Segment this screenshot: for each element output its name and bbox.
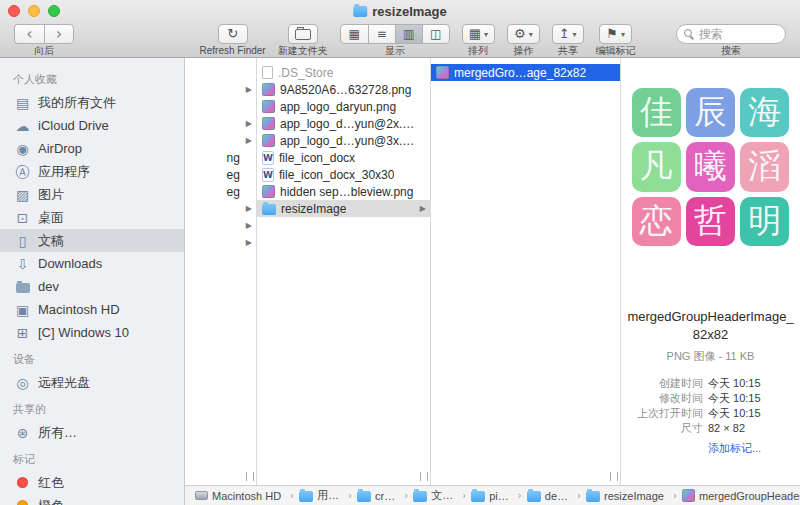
path-item-label: Macintosh HD (212, 490, 281, 502)
forward-button[interactable]: › (44, 24, 74, 44)
network-icon: ⊛ (14, 426, 31, 440)
preview-tile: 哲 (686, 197, 735, 246)
image-icon (262, 117, 275, 130)
back-button[interactable]: ‹ (14, 24, 44, 44)
refresh-button[interactable]: ↻ (218, 24, 248, 44)
column-resize-handle[interactable] (420, 472, 428, 481)
parent-row[interactable]: ▶ (185, 217, 256, 234)
detail-label: 修改时间 (621, 391, 703, 406)
file-row[interactable]: app_logo_daryun.png ▶ (257, 98, 430, 115)
parent-row[interactable]: ng ▶ (185, 149, 256, 166)
icon-view-button[interactable]: ▦ (341, 25, 368, 43)
path-item-label: cr… (375, 490, 395, 502)
add-tags-link[interactable]: 添加标记... (708, 441, 800, 456)
parent-row[interactable]: ▶ (185, 132, 256, 149)
coverflow-view-button[interactable]: ◫ (422, 25, 449, 43)
sidebar-item[interactable]: dev (0, 275, 184, 298)
path-item[interactable]: resizeImage › (586, 490, 682, 502)
parent-row[interactable]: ▶ (185, 200, 256, 217)
path-item[interactable]: de… › (527, 490, 586, 502)
parent-row[interactable]: ▶ (185, 234, 256, 251)
column-view-button[interactable]: ▥ (395, 25, 422, 43)
path-item[interactable]: 文… › (413, 488, 471, 503)
parent-row[interactable]: ▶ (185, 115, 256, 132)
windows-icon: ⊞ (14, 326, 31, 340)
path-bar: Macintosh HD › 用… › cr… › (185, 485, 800, 505)
parent-row[interactable]: ▶ (185, 81, 256, 98)
window-content: 个人收藏 ▤ 我的所有文件 ☁ iCloud Drive (0, 58, 800, 505)
search-icon (684, 29, 695, 40)
share-label: 共享 (558, 45, 578, 57)
sidebar-item[interactable]: ⇩ Downloads (0, 252, 184, 275)
file-row[interactable]: mergedGro…age_82x82 (431, 64, 620, 81)
share-button[interactable]: ↥ ▾ (552, 24, 584, 44)
folder-icon (527, 491, 541, 502)
search-label: 搜索 (721, 45, 741, 57)
zoom-button[interactable] (48, 5, 60, 17)
path-item[interactable]: pi… › (471, 490, 527, 502)
path-separator-icon: › (673, 490, 677, 501)
image-icon (436, 66, 449, 79)
file-name: app_logo_d…yun@3x.png (280, 134, 415, 148)
sidebar-item[interactable]: ▤ 我的所有文件 (0, 91, 184, 114)
parent-row[interactable]: ▶ (185, 64, 256, 81)
edit-tags-label: 编辑标记 (596, 45, 636, 57)
list-view-button[interactable]: ≡ (368, 25, 395, 43)
sidebar-item[interactable]: ⊞ [C] Windows 10 (0, 321, 184, 344)
titlebar[interactable]: resizeImage (0, 0, 800, 22)
file-row[interactable]: resizeImage ▶ (257, 200, 430, 217)
minimize-button[interactable] (28, 5, 40, 17)
detail-label: 尺寸 (621, 421, 703, 436)
action-button[interactable]: ⚙ ▾ (507, 24, 540, 44)
parent-row[interactable]: eg ▶ (185, 183, 256, 200)
path-item[interactable]: mergedGroupHeaderImage_82x82 › (682, 489, 800, 502)
folder-proxy-icon[interactable] (353, 6, 367, 17)
file-row[interactable]: hidden sep…bleview.png ▶ (257, 183, 430, 200)
disk-path-icon (195, 491, 208, 500)
file-row[interactable]: 9A8520A6…632728.png ▶ (257, 81, 430, 98)
sidebar-item-label: Downloads (38, 256, 102, 271)
file-row[interactable]: file_icon_docx_30x30 ▶ (257, 166, 430, 183)
path-item[interactable]: cr… › (357, 490, 413, 502)
parent-row[interactable]: eg ▶ (185, 166, 256, 183)
action-group: ⚙ ▾ 操作 (507, 24, 540, 57)
file-name: file_icon_docx (279, 151, 355, 165)
preview-tile: 曦 (686, 142, 735, 191)
close-button[interactable] (8, 5, 20, 17)
search-input[interactable] (699, 27, 778, 41)
edit-tags-button[interactable]: ⚑ ▾ (599, 24, 632, 44)
sidebar-section-title: 设备 (0, 344, 184, 371)
sidebar-item-label: [C] Windows 10 (38, 325, 129, 340)
path-item[interactable]: Macintosh HD › (195, 490, 299, 502)
arrange-button[interactable]: ▦ ▾ (462, 24, 495, 44)
path-item[interactable]: 用… › (299, 488, 357, 503)
file-row[interactable]: app_logo_d…yun@3x.png ▶ (257, 132, 430, 149)
preview-tile: 海 (740, 88, 789, 137)
sidebar-item[interactable]: ☁ iCloud Drive (0, 114, 184, 137)
detail-row: 尺寸 82 × 82 (621, 421, 800, 436)
sidebar-item[interactable]: ▨ 图片 (0, 183, 184, 206)
sidebar-item[interactable]: Ⓐ 应用程序 (0, 160, 184, 183)
column-resize-handle[interactable] (610, 472, 618, 481)
file-row[interactable]: .DS_Store ▶ (257, 64, 430, 81)
file-row[interactable]: app_logo_d…yun@2x.png ▶ (257, 115, 430, 132)
sidebar-item[interactable]: ⊡ 桌面 (0, 206, 184, 229)
search-field[interactable] (676, 24, 786, 44)
sidebar-tag-item[interactable]: 红色 (0, 471, 184, 494)
tag-icon: ⚑ (606, 27, 618, 41)
sidebar-item[interactable]: ⊛ 所有… (0, 421, 184, 444)
sidebar-item[interactable]: ◎ 远程光盘 (0, 371, 184, 394)
parent-row[interactable]: ▶ (185, 98, 256, 115)
file-name: resizeImage (281, 202, 346, 216)
sidebar-item[interactable]: ▣ Macintosh HD (0, 298, 184, 321)
new-folder-button[interactable] (288, 24, 318, 44)
disclosure-icon: ▶ (246, 85, 252, 94)
sidebar-item[interactable]: ◉ AirDrop (0, 137, 184, 160)
sidebar-section-tags: 标记 红色 橙色 (0, 444, 184, 505)
sidebar-section-favorites: 个人收藏 ▤ 我的所有文件 ☁ iCloud Drive (0, 64, 184, 344)
column-resize-handle[interactable] (246, 472, 254, 481)
file-row[interactable]: file_icon_docx ▶ (257, 149, 430, 166)
sidebar-item[interactable]: ▯ 文稿 (0, 229, 184, 252)
sidebar-tag-item[interactable]: 橙色 (0, 494, 184, 505)
path-separator-icon: › (577, 490, 581, 501)
